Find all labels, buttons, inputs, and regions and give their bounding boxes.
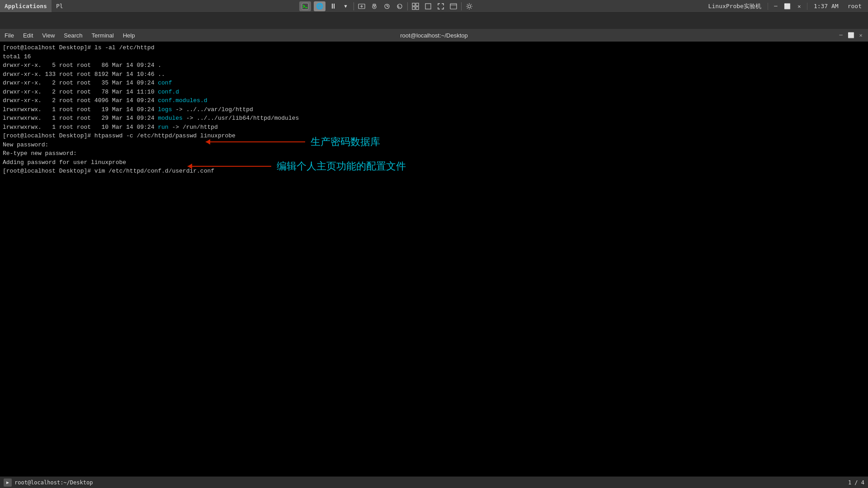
places-menu[interactable]: Pl — [52, 0, 68, 12]
terminal-text-span: -> /run/httpd — [169, 124, 218, 131]
table-row: drwxr-xr-x. 5 root root 86 Mar 14 09:24 … — [3, 61, 865, 70]
annotation1-line — [206, 141, 305, 142]
svg-rect-16 — [425, 4, 431, 9]
minimize-btn[interactable]: ─ — [772, 2, 780, 10]
statusbar-page-indicator: 1 / 4 — [848, 479, 864, 486]
svg-point-7 — [373, 6, 375, 7]
annotation2-text: 编辑个人主页功能的配置文件 — [277, 160, 406, 173]
svg-rect-12 — [412, 3, 415, 6]
svg-rect-13 — [416, 3, 419, 6]
terminal-text-span: lrwxrwxrwx. 1 root root 19 Mar 14 09:24 — [3, 106, 158, 113]
terminal-window: File Edit View Search Terminal Help root… — [0, 29, 868, 476]
terminal-text-span: conf.d — [158, 89, 179, 95]
terminal-text-span: modules — [158, 115, 183, 122]
snapshot-btn[interactable] — [369, 1, 379, 11]
terminal-body[interactable]: [root@localhost Desktop]# ls -al /etc/ht… — [0, 42, 868, 476]
terminal-menu-row: File Edit View Search Terminal Help — [0, 29, 139, 42]
send-ctrl-icon — [358, 3, 365, 10]
annotation1-text: 生产密码数据库 — [311, 135, 380, 149]
right-sep2 — [807, 3, 807, 10]
taskbar: Applications Pl 🌐 ⏸ ▼ — [0, 0, 868, 13]
revert-btn[interactable] — [395, 1, 405, 11]
view-btn2[interactable] — [423, 1, 433, 11]
revert-icon — [396, 3, 403, 10]
terminal-text-span: New password: — [3, 141, 48, 148]
taskbar-right: LinuxProbe实验机 ─ ⬜ ✕ 1:37 AM root — [706, 0, 868, 12]
terminal-text-span: drwxr-xr-x. 2 root root 35 Mar 14 09:24 — [3, 80, 158, 86]
view-btn1[interactable] — [410, 1, 420, 11]
terminal-text-span: total 16 — [3, 53, 31, 60]
unity-icon — [450, 3, 457, 10]
applications-label: Applications — [5, 3, 47, 9]
table-row: drwxr-xr-x. 133 root root 8192 Mar 14 10… — [3, 70, 865, 79]
table-row: [root@localhost Desktop]# vim /etc/httpd… — [3, 167, 865, 176]
menu-search[interactable]: Search — [59, 29, 87, 42]
table-row: drwxr-xr-x. 2 root root 78 Mar 14 11:10 … — [3, 88, 865, 97]
terminal-text-span: conf.modules.d — [158, 97, 207, 104]
table-row: Adding password for user linuxprobe — [3, 158, 865, 167]
restore-btn[interactable]: ⬜ — [783, 2, 792, 10]
terminal-text-span: conf — [158, 80, 172, 86]
applications-menu[interactable]: Applications — [0, 0, 52, 12]
table-row: lrwxrwxrwx. 1 root root 10 Mar 14 09:24 … — [3, 123, 865, 132]
menu-terminal[interactable]: Terminal — [87, 29, 118, 42]
terminal-minimize-btn[interactable]: ─ — [837, 32, 844, 39]
terminal-close-btn[interactable]: ✕ — [857, 32, 864, 39]
terminal-text-span: drwxr-xr-x. 5 root root 86 Mar 14 09:24 … — [3, 62, 161, 69]
table-row: lrwxrwxrwx. 1 root root 19 Mar 14 09:24 … — [3, 105, 865, 114]
terminal-text-span: lrwxrwxrwx. 1 root root 29 Mar 14 09:24 — [3, 115, 158, 122]
annotation-config-file: 编辑个人主页功能的配置文件 — [188, 160, 406, 173]
annotation-password-db: 生产密码数据库 — [206, 135, 380, 149]
table-row: New password: — [3, 141, 865, 150]
snapshot-mgr-btn[interactable] — [382, 1, 392, 11]
menu-edit[interactable]: Edit — [19, 29, 38, 42]
toolbar-sep1 — [354, 2, 354, 10]
snapshot-icon — [371, 3, 378, 10]
dropdown-btn[interactable]: ▼ — [341, 1, 351, 11]
table-row: lrwxrwxrwx. 1 root root 29 Mar 14 09:24 … — [3, 114, 865, 123]
menu-help[interactable]: Help — [118, 29, 140, 42]
table-row: drwxr-xr-x. 2 root root 4096 Mar 14 09:2… — [3, 96, 865, 105]
table-row: [root@localhost Desktop]# ls -al /etc/ht… — [3, 43, 865, 52]
menu-view[interactable]: View — [38, 29, 59, 42]
fullscreen-btn[interactable] — [436, 1, 446, 11]
svg-rect-14 — [412, 7, 415, 9]
terminal-text-span: -> ../../var/log/httpd — [172, 106, 253, 113]
machine-name: LinuxProbe实验机 — [706, 2, 764, 10]
terminal-icon-btn[interactable] — [299, 1, 311, 11]
view-icon2 — [425, 3, 432, 10]
taskbar-center: 🌐 ⏸ ▼ — [68, 0, 706, 12]
table-row: Re-type new password: — [3, 149, 865, 158]
user-label: root — [845, 3, 864, 9]
browser-icon: 🌐 — [316, 3, 323, 9]
terminal-text-span: logs — [158, 106, 172, 113]
table-row: drwxr-xr-x. 2 root root 35 Mar 14 09:24 … — [3, 79, 865, 88]
table-row: [root@localhost Desktop]# htpasswd -c /e… — [3, 131, 865, 141]
terminal-text-span: drwxr-xr-x. 2 root root 78 Mar 14 11:10 — [3, 89, 158, 95]
terminal-text-span: -> ../../usr/lib64/httpd/modules — [183, 115, 299, 122]
pause-btn[interactable]: ⏸ — [328, 1, 338, 11]
settings-btn[interactable] — [464, 1, 474, 11]
annotation2-arrowhead — [188, 164, 192, 169]
terminal-text-span: Adding password for user linuxprobe — [3, 159, 126, 166]
statusbar-session-label: root@localhost:~/Desktop — [14, 479, 93, 486]
terminal-icon — [302, 3, 309, 10]
menu-file[interactable]: File — [0, 29, 19, 42]
terminal-maximize-btn[interactable]: ⬜ — [847, 32, 854, 39]
svg-point-19 — [468, 5, 471, 8]
terminal-title: root@localhost:~/Desktop — [400, 32, 467, 39]
terminal-text-span: drwxr-xr-x. 133 root root 8192 Mar 14 10… — [3, 71, 165, 78]
places-label: Pl — [56, 3, 63, 9]
unity-btn[interactable] — [448, 1, 458, 11]
terminal-text-span: run — [158, 124, 168, 131]
send-ctrl-btn[interactable] — [357, 1, 367, 11]
close-btn[interactable]: ✕ — [795, 2, 803, 10]
toolbar-sep2 — [407, 2, 408, 10]
toolbar-sep3 — [461, 2, 462, 10]
browser-icon-btn[interactable]: 🌐 — [314, 1, 326, 11]
view-icon1 — [412, 3, 419, 10]
statusbar-icon: ▶ — [4, 479, 12, 487]
clock: 1:37 AM — [811, 3, 841, 9]
settings-icon — [466, 3, 473, 10]
terminal-text-span: lrwxrwxrwx. 1 root root 10 Mar 14 09:24 — [3, 124, 158, 131]
